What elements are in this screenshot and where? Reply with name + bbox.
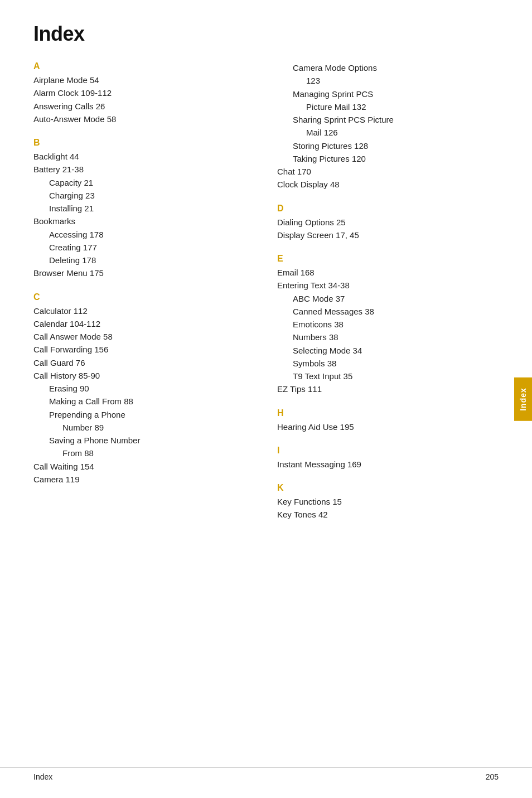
list-item: Entering Text 34-38 bbox=[277, 279, 499, 292]
list-item: Email 168 bbox=[277, 266, 499, 279]
list-item: Key Functions 15 bbox=[277, 495, 499, 508]
list-item: From 88 bbox=[33, 447, 255, 460]
list-item: Sharing Sprint PCS Picture bbox=[277, 113, 499, 126]
list-item: Taking Pictures 120 bbox=[277, 152, 499, 165]
section-header-D: D bbox=[277, 204, 499, 214]
section-C: C Calculator 112 Calendar 104-112 Call A… bbox=[33, 292, 255, 486]
footer-left-label: Index bbox=[33, 772, 52, 781]
list-item: Key Tones 42 bbox=[277, 508, 499, 521]
list-item: Accessing 178 bbox=[33, 228, 255, 241]
section-B: B Backlight 44 Battery 21-38 Capacity 21… bbox=[33, 138, 255, 280]
list-item: Instant Messaging 169 bbox=[277, 458, 499, 471]
list-item: Call Forwarding 156 bbox=[33, 343, 255, 356]
list-item: Auto-Answer Mode 58 bbox=[33, 113, 255, 125]
section-header-C: C bbox=[33, 292, 255, 302]
section-I: I Instant Messaging 169 bbox=[277, 446, 499, 471]
list-item: Emoticons 38 bbox=[277, 318, 499, 331]
section-H: H Hearing Aid Use 195 bbox=[277, 408, 499, 433]
list-item: Storing Pictures 128 bbox=[277, 139, 499, 152]
list-item: Camera 119 bbox=[33, 473, 255, 486]
two-col-layout: A Airplane Mode 54 Alarm Clock 109-112 A… bbox=[33, 61, 499, 534]
list-item: Bookmarks bbox=[33, 215, 255, 228]
section-header-K: K bbox=[277, 483, 499, 493]
page-title: Index bbox=[33, 22, 499, 46]
section-header-E: E bbox=[277, 254, 499, 264]
list-item: Chat 170 bbox=[277, 165, 499, 178]
list-item: Answering Calls 26 bbox=[33, 100, 255, 113]
page-container: Index A Airplane Mode 54 Alarm Clock 109… bbox=[0, 0, 532, 798]
list-item: Capacity 21 bbox=[33, 176, 255, 189]
section-D: D Dialing Options 25 Display Screen 17, … bbox=[277, 204, 499, 242]
list-item: Prepending a Phone bbox=[33, 408, 255, 421]
section-header-A: A bbox=[33, 61, 255, 71]
list-item: Camera Mode Options bbox=[277, 61, 499, 74]
list-item: Mail 126 bbox=[277, 126, 499, 139]
list-item: Installing 21 bbox=[33, 202, 255, 215]
list-item: Canned Messages 38 bbox=[277, 305, 499, 318]
section-header-H: H bbox=[277, 408, 499, 418]
list-item: Backlight 44 bbox=[33, 150, 255, 163]
list-item: Picture Mail 132 bbox=[277, 100, 499, 113]
list-item: Alarm Clock 109-112 bbox=[33, 86, 255, 99]
right-column: Camera Mode Options 123 Managing Sprint … bbox=[277, 61, 499, 534]
page-footer: Index 205 bbox=[0, 767, 532, 781]
list-item: Dialing Options 25 bbox=[277, 216, 499, 229]
list-item: Display Screen 17, 45 bbox=[277, 229, 499, 241]
list-item: Airplane Mode 54 bbox=[33, 74, 255, 86]
list-item: Creating 177 bbox=[33, 241, 255, 254]
list-item: T9 Text Input 35 bbox=[277, 370, 499, 383]
section-header-B: B bbox=[33, 138, 255, 148]
list-item: Calculator 112 bbox=[33, 304, 255, 317]
section-E: E Email 168 Entering Text 34-38 ABC Mode… bbox=[277, 254, 499, 396]
list-item: Number 89 bbox=[33, 421, 255, 434]
list-item: Selecting Mode 34 bbox=[277, 344, 499, 357]
list-item: Symbols 38 bbox=[277, 357, 499, 370]
footer-right-page-number: 205 bbox=[486, 772, 499, 781]
list-item: 123 bbox=[277, 74, 499, 87]
list-item: Call Waiting 154 bbox=[33, 460, 255, 473]
left-column: A Airplane Mode 54 Alarm Clock 109-112 A… bbox=[33, 61, 255, 498]
list-item: Hearing Aid Use 195 bbox=[277, 420, 499, 433]
list-item: EZ Tips 111 bbox=[277, 383, 499, 395]
list-item: Making a Call From 88 bbox=[33, 395, 255, 408]
list-item: Calendar 104-112 bbox=[33, 317, 255, 330]
list-item: Deleting 178 bbox=[33, 254, 255, 267]
list-item: ABC Mode 37 bbox=[277, 292, 499, 305]
section-A: A Airplane Mode 54 Alarm Clock 109-112 A… bbox=[33, 61, 255, 125]
list-item: Browser Menu 175 bbox=[33, 267, 255, 279]
list-item: Numbers 38 bbox=[277, 331, 499, 344]
list-item: Call Guard 76 bbox=[33, 356, 255, 369]
list-item: Clock Display 48 bbox=[277, 178, 499, 191]
list-item: Call History 85-90 bbox=[33, 369, 255, 382]
section-camera-sub: Camera Mode Options 123 Managing Sprint … bbox=[277, 61, 499, 191]
section-header-I: I bbox=[277, 446, 499, 456]
list-item: Battery 21-38 bbox=[33, 163, 255, 176]
list-item: Call Answer Mode 58 bbox=[33, 330, 255, 343]
list-item: Charging 23 bbox=[33, 189, 255, 202]
section-K: K Key Functions 15 Key Tones 42 bbox=[277, 483, 499, 521]
list-item: Saving a Phone Number bbox=[33, 434, 255, 447]
list-item: Managing Sprint PCS bbox=[277, 88, 499, 100]
index-side-tab: Index bbox=[514, 378, 532, 421]
list-item: Erasing 90 bbox=[33, 382, 255, 395]
